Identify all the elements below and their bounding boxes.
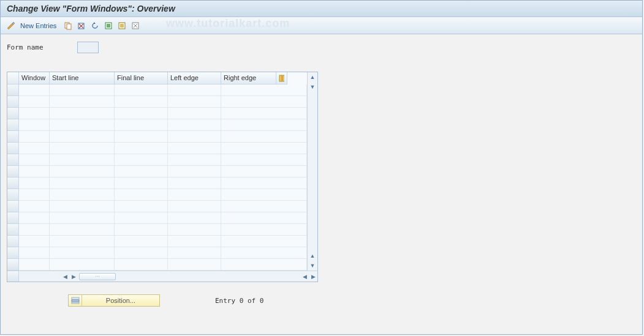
scroll-up-small-icon[interactable]: ▲ xyxy=(308,251,317,261)
cell-start-line[interactable] xyxy=(50,259,115,271)
cell-window[interactable] xyxy=(19,143,50,154)
table-row[interactable] xyxy=(7,177,307,189)
cell-right-edge[interactable] xyxy=(221,224,307,236)
cell-left-edge[interactable] xyxy=(168,247,221,259)
table-row[interactable] xyxy=(7,201,307,212)
scroll-thumb[interactable]: ⋯ xyxy=(79,273,116,280)
cell-left-edge[interactable] xyxy=(168,201,221,212)
cell-start-line[interactable] xyxy=(50,154,115,166)
cell-right-edge[interactable] xyxy=(221,189,307,201)
cell-left-edge[interactable] xyxy=(168,166,221,177)
row-selector[interactable] xyxy=(7,201,19,212)
cell-right-edge[interactable] xyxy=(221,108,307,119)
cell-start-line[interactable] xyxy=(50,143,115,154)
row-selector[interactable] xyxy=(7,119,19,131)
row-selector[interactable] xyxy=(7,189,19,201)
cell-window[interactable] xyxy=(19,201,50,212)
col-header-start-line[interactable]: Start line xyxy=(50,72,115,84)
cell-left-edge[interactable] xyxy=(168,212,221,224)
cell-right-edge[interactable] xyxy=(221,119,307,131)
cell-left-edge[interactable] xyxy=(168,108,221,119)
row-selector[interactable] xyxy=(7,236,19,247)
row-selector[interactable] xyxy=(7,259,19,271)
scroll-track[interactable] xyxy=(308,92,317,251)
table-row[interactable] xyxy=(7,96,307,108)
cell-start-line[interactable] xyxy=(50,84,115,96)
col-header-left-edge[interactable]: Left edge xyxy=(168,72,221,84)
table-row[interactable] xyxy=(7,212,307,224)
position-button[interactable]: Position... xyxy=(68,294,160,307)
new-entries-button[interactable]: New Entries xyxy=(19,22,60,29)
scroll-right-icon[interactable]: ◀ xyxy=(300,272,309,281)
cell-right-edge[interactable] xyxy=(221,154,307,166)
undo-change-icon[interactable] xyxy=(89,20,100,31)
table-row[interactable] xyxy=(7,154,307,166)
cell-final-line[interactable] xyxy=(115,108,168,119)
scroll-last-icon[interactable]: ▶ xyxy=(309,272,317,281)
cell-window[interactable] xyxy=(19,119,50,131)
cell-start-line[interactable] xyxy=(50,236,115,247)
cell-left-edge[interactable] xyxy=(168,96,221,108)
cell-right-edge[interactable] xyxy=(221,201,307,212)
cell-window[interactable] xyxy=(19,259,50,271)
cell-final-line[interactable] xyxy=(115,177,168,189)
select-all-icon[interactable] xyxy=(103,20,114,31)
row-selector[interactable] xyxy=(7,154,19,166)
select-block-icon[interactable] xyxy=(116,20,127,31)
scroll-down-icon[interactable]: ▼ xyxy=(308,261,317,271)
cell-window[interactable] xyxy=(19,224,50,236)
col-header-right-edge[interactable]: Right edge xyxy=(221,72,276,84)
cell-left-edge[interactable] xyxy=(168,224,221,236)
cell-left-edge[interactable] xyxy=(168,131,221,143)
table-row[interactable] xyxy=(7,131,307,143)
table-row[interactable] xyxy=(7,247,307,259)
cell-left-edge[interactable] xyxy=(168,119,221,131)
cell-window[interactable] xyxy=(19,131,50,143)
cell-window[interactable] xyxy=(19,212,50,224)
cell-final-line[interactable] xyxy=(115,247,168,259)
cell-start-line[interactable] xyxy=(50,247,115,259)
table-row[interactable] xyxy=(7,84,307,96)
scroll-first-icon[interactable]: ◀ xyxy=(61,272,69,281)
cell-window[interactable] xyxy=(19,247,50,259)
cell-final-line[interactable] xyxy=(115,96,168,108)
cell-final-line[interactable] xyxy=(115,224,168,236)
cell-final-line[interactable] xyxy=(115,189,168,201)
cell-left-edge[interactable] xyxy=(168,189,221,201)
delete-icon[interactable] xyxy=(76,20,87,31)
table-row[interactable] xyxy=(7,236,307,247)
table-row[interactable] xyxy=(7,259,307,271)
cell-final-line[interactable] xyxy=(115,166,168,177)
scroll-up-icon[interactable]: ▲ xyxy=(308,72,317,82)
cell-window[interactable] xyxy=(19,84,50,96)
cell-final-line[interactable] xyxy=(115,236,168,247)
cell-right-edge[interactable] xyxy=(221,143,307,154)
cell-left-edge[interactable] xyxy=(168,259,221,271)
row-selector[interactable] xyxy=(7,212,19,224)
cell-left-edge[interactable] xyxy=(168,84,221,96)
cell-left-edge[interactable] xyxy=(168,143,221,154)
cell-right-edge[interactable] xyxy=(221,84,307,96)
cell-start-line[interactable] xyxy=(50,131,115,143)
cell-start-line[interactable] xyxy=(50,108,115,119)
cell-start-line[interactable] xyxy=(50,119,115,131)
row-selector[interactable] xyxy=(7,177,19,189)
cell-right-edge[interactable] xyxy=(221,166,307,177)
cell-left-edge[interactable] xyxy=(168,236,221,247)
vertical-scrollbar[interactable]: ▲ ▼ ▲ ▼ xyxy=(307,72,317,271)
cell-start-line[interactable] xyxy=(50,189,115,201)
cell-right-edge[interactable] xyxy=(221,177,307,189)
cell-right-edge[interactable] xyxy=(221,259,307,271)
copy-as-icon[interactable] xyxy=(63,20,74,31)
deselect-all-icon[interactable] xyxy=(130,20,141,31)
cell-right-edge[interactable] xyxy=(221,212,307,224)
row-selector[interactable] xyxy=(7,108,19,119)
cell-window[interactable] xyxy=(19,108,50,119)
table-row[interactable] xyxy=(7,143,307,154)
row-selector[interactable] xyxy=(7,143,19,154)
cell-right-edge[interactable] xyxy=(221,236,307,247)
cell-final-line[interactable] xyxy=(115,154,168,166)
table-row[interactable] xyxy=(7,108,307,119)
cell-left-edge[interactable] xyxy=(168,177,221,189)
cell-start-line[interactable] xyxy=(50,224,115,236)
